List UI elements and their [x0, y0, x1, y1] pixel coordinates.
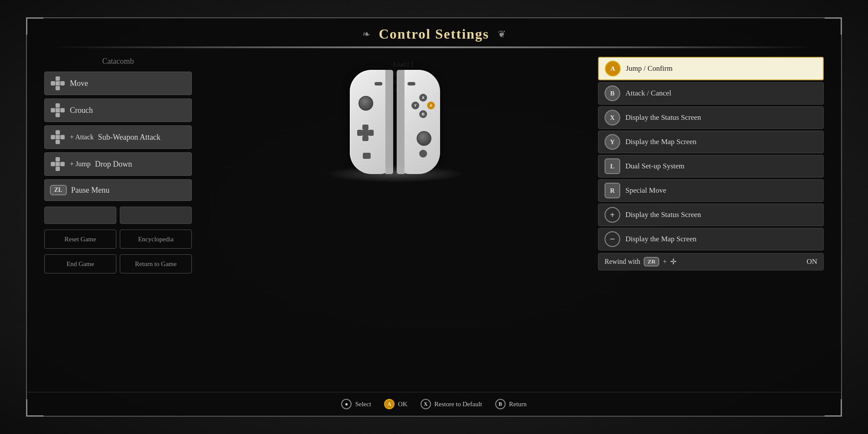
zl-badge: ZL — [50, 185, 67, 195]
control-label-pause: Pause Menu — [71, 186, 110, 195]
ok-label: OK — [398, 401, 408, 408]
ghost-load: Load [ ] — [377, 61, 413, 68]
control-row-pause[interactable]: ZL Pause Menu — [44, 179, 192, 201]
control-label-drop: Drop Down — [95, 160, 132, 169]
mapping-label-b: Attack / Cancel — [625, 89, 671, 98]
minus-button-badge: − — [605, 231, 620, 247]
svg-rect-1 — [56, 86, 60, 90]
combo-label-jump: + Jump — [70, 160, 91, 168]
svg-rect-2 — [51, 81, 55, 85]
controller-illustration: X A B Y — [350, 70, 440, 174]
mapping-label-y: Display the Map Screen — [625, 138, 697, 146]
rewind-dpad-icon: ✛ — [670, 257, 677, 266]
menu-button-row-1: Reset Game Encyclopedia — [44, 230, 192, 249]
mapping-row-b[interactable]: B Attack / Cancel — [598, 82, 824, 105]
title-decoration: ❧ Control Settings ❦ — [362, 26, 506, 42]
joycon-dpad — [356, 124, 375, 144]
mapping-label-r: Special Move — [625, 186, 666, 195]
dpad-icon-drop — [50, 156, 66, 172]
control-row-sub-weapon[interactable]: + Attack Sub-Weapon Attack — [44, 125, 192, 149]
return-label: Return — [509, 401, 527, 408]
joycon-right: X A B Y — [397, 70, 440, 174]
control-row-crouch[interactable]: Crouch — [44, 99, 192, 122]
ghost-button-row — [44, 207, 192, 224]
rewind-plus-sign: + — [663, 258, 667, 266]
right-panel: A Jump / Confirm B Attack / Cancel X Dis… — [598, 57, 824, 389]
l-button-badge: L — [605, 158, 620, 174]
main-container: ❧ Control Settings ❦ Catacomb — [26, 17, 842, 417]
mapping-row-x[interactable]: X Display the Status Screen — [598, 106, 824, 129]
return-to-game-button[interactable]: Return to Game — [120, 254, 192, 273]
svg-rect-3 — [60, 81, 65, 85]
center-panel: Load [ ] Wallpaper [ ] Set Settings [ ] … — [201, 57, 589, 389]
mapping-row-minus[interactable]: − Display the Map Screen — [598, 228, 824, 250]
rewind-row[interactable]: Rewind with ZR + ✛ ON — [598, 253, 824, 270]
svg-rect-17 — [51, 162, 55, 166]
joycon-left — [350, 70, 393, 174]
control-label-move: Move — [70, 79, 88, 88]
x-button-joycon: X — [419, 94, 427, 102]
svg-rect-13 — [60, 135, 65, 139]
svg-rect-24 — [362, 130, 368, 136]
abxy-buttons: X A B Y — [411, 94, 435, 118]
home-button — [419, 150, 427, 158]
content-area: Catacomb Move — [27, 48, 841, 394]
ghost-button-2 — [120, 207, 192, 224]
restore-badge: X — [421, 399, 431, 409]
mapping-row-r[interactable]: R Special Move — [598, 179, 824, 202]
bottom-btn-restore: X Restore to Default — [421, 399, 482, 409]
title-area: ❧ Control Settings ❦ — [27, 18, 841, 46]
a-button-joycon: A — [427, 102, 435, 109]
svg-rect-11 — [56, 140, 60, 144]
restore-label: Restore to Default — [434, 401, 482, 408]
svg-rect-22 — [357, 130, 362, 136]
dpad-icon-crouch — [50, 102, 66, 118]
dpad-icon-move — [50, 76, 66, 91]
svg-rect-5 — [56, 103, 60, 108]
y-button-badge: Y — [605, 134, 620, 150]
mapping-row-plus[interactable]: + Display the Status Screen — [598, 204, 824, 226]
end-game-button[interactable]: End Game — [44, 254, 116, 273]
mapping-row-a[interactable]: A Jump / Confirm — [598, 57, 824, 80]
reset-game-button[interactable]: Reset Game — [44, 230, 116, 249]
svg-rect-7 — [51, 108, 55, 112]
svg-rect-20 — [362, 125, 368, 130]
control-row-drop[interactable]: + Jump Drop Down — [44, 152, 192, 176]
location-label: Catacomb — [44, 57, 192, 66]
svg-rect-6 — [56, 113, 60, 117]
svg-rect-9 — [56, 108, 60, 112]
mapping-label-x: Display the Status Screen — [625, 113, 701, 122]
svg-rect-18 — [60, 162, 65, 166]
menu-button-row-2: End Game Return to Game — [44, 254, 192, 273]
mapping-row-l[interactable]: L Dual Set-up System — [598, 155, 824, 178]
left-panel: Catacomb Move — [44, 57, 192, 389]
zr-badge: ZR — [644, 257, 659, 266]
mapping-row-y[interactable]: Y Display the Map Screen — [598, 131, 824, 153]
minus-button — [375, 82, 382, 85]
bottom-btn-select: ● Select — [341, 399, 371, 409]
a-button-badge: A — [605, 61, 621, 76]
bottom-btn-ok: A OK — [384, 399, 408, 409]
return-badge: B — [495, 399, 506, 409]
b-button-joycon: B — [419, 110, 427, 118]
control-row-move[interactable]: Move — [44, 72, 192, 95]
page-title: Control Settings — [379, 26, 490, 42]
capture-button — [363, 153, 371, 159]
x-button-badge: X — [605, 110, 620, 125]
svg-rect-23 — [368, 130, 374, 136]
joycon-right-rail — [397, 70, 404, 174]
mapping-label-l: Dual Set-up System — [625, 162, 684, 171]
plus-button-joycon — [408, 82, 415, 85]
select-badge: ● — [341, 399, 352, 409]
svg-rect-16 — [56, 167, 60, 171]
r-button-badge: R — [605, 183, 620, 198]
control-label-crouch: Crouch — [70, 106, 93, 115]
mapping-label-minus: Display the Map Screen — [625, 235, 697, 243]
combo-label-attack: + Attack — [70, 133, 94, 141]
svg-rect-4 — [56, 81, 60, 85]
svg-rect-0 — [56, 76, 60, 81]
encyclopedia-button[interactable]: Encyclopedia — [120, 230, 192, 249]
rewind-prefix: Rewind with — [605, 258, 640, 266]
bottom-btn-return: B Return — [495, 399, 527, 409]
mapping-label-a: Jump / Confirm — [626, 64, 673, 73]
